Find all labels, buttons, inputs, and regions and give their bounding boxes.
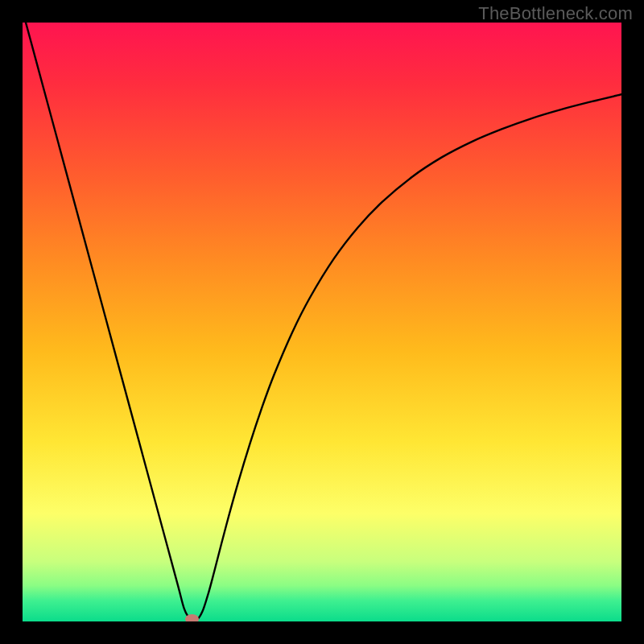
watermark-label: TheBottleneck.com [478, 3, 633, 24]
plot-area [23, 23, 621, 621]
gradient-background [23, 23, 621, 621]
chart-frame: TheBottleneck.com [0, 0, 644, 644]
curve-svg [23, 23, 621, 621]
